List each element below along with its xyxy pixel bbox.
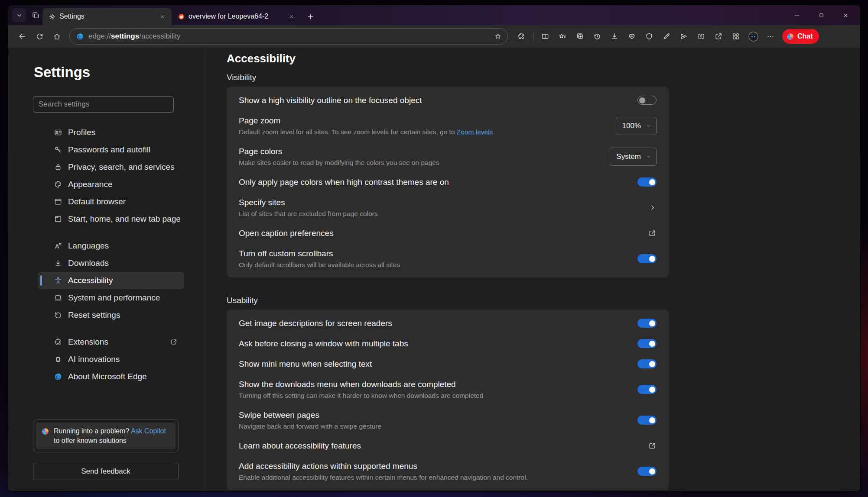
setting-title: Page zoom	[239, 115, 603, 126]
collections-icon	[575, 32, 584, 41]
close-window-button[interactable]	[833, 6, 858, 24]
chevron-down-icon	[645, 153, 652, 160]
settings-card-usability: Get image descriptions for screen reader…	[227, 310, 669, 490]
split-screen-icon	[541, 32, 549, 41]
send-button[interactable]	[676, 29, 692, 44]
setting-row[interactable]: Learn about accessibility features	[239, 436, 657, 456]
security-shield-button[interactable]	[641, 29, 657, 44]
sidebar-item-extensions[interactable]: Extensions	[38, 333, 184, 351]
maximize-button[interactable]	[809, 6, 833, 24]
sidebar-item-label: Default browser	[68, 197, 179, 207]
tab-title: Settings	[59, 13, 153, 20]
chevron-down-icon	[15, 11, 23, 19]
zoom-levels-link[interactable]: Zoom levels	[457, 128, 493, 136]
extensions-button[interactable]	[513, 29, 530, 44]
sidebar-item-about-microsoft-edge[interactable]: About Microsoft Edge	[38, 368, 184, 385]
tab-search-button[interactable]	[12, 8, 26, 22]
toggle-on[interactable]	[637, 385, 657, 394]
sidebar-item-label: About Microsoft Edge	[68, 372, 179, 381]
refresh-button[interactable]	[31, 29, 48, 44]
chat-button-label: Chat	[797, 32, 813, 40]
open-external-icon[interactable]	[648, 229, 657, 238]
toggle-on[interactable]	[637, 319, 657, 328]
toggle-on[interactable]	[637, 359, 657, 368]
avatar-icon	[748, 31, 759, 42]
collections-button[interactable]	[572, 29, 588, 44]
toggle-on[interactable]	[637, 416, 657, 425]
sidebar-item-privacy-search-and-services[interactable]: Privacy, search, and services	[38, 158, 184, 176]
sidebar-item-downloads[interactable]: Downloads	[38, 255, 184, 272]
search-settings-input[interactable]	[33, 96, 174, 113]
ask-copilot-link[interactable]: Ask Copilot	[131, 427, 166, 435]
tab-tools	[8, 5, 42, 25]
sidebar-item-label: System and performance	[68, 293, 179, 303]
sidebar-item-ai-innovations[interactable]: AI innovations	[38, 351, 184, 368]
sidebar-item-accessibility[interactable]: Accessibility	[38, 272, 184, 289]
edit-pencil-button[interactable]	[658, 29, 675, 44]
sidebar-item-system-and-performance[interactable]: System and performance	[38, 289, 184, 307]
settings-and-more-button[interactable]	[762, 29, 779, 44]
workspaces-button[interactable]	[29, 8, 42, 22]
send-feedback-button[interactable]: Send feedback	[33, 463, 179, 480]
sidebar-item-start-home-and-new-tab-page[interactable]: Start, home, and new tab page	[38, 210, 184, 228]
sidebar-item-languages[interactable]: Languages	[38, 237, 184, 255]
tab-reddit-overview[interactable]: overview for Leopeva64-2	[172, 8, 301, 25]
sidebar-item-label: Reset settings	[68, 310, 179, 320]
tab-settings[interactable]: Settings	[42, 8, 172, 25]
chevron-right-icon[interactable]	[648, 203, 657, 212]
web-capture-button[interactable]	[693, 29, 709, 44]
dropdown-select[interactable]: 100%	[616, 117, 657, 135]
favorites-button[interactable]	[554, 29, 571, 44]
setting-title: Show mini menu when selecting text	[239, 358, 624, 369]
setting-row: Add accessibility actions within support…	[239, 456, 657, 487]
minimize-icon	[793, 11, 801, 19]
browser-toolbar: edge://settings/accessibility Chat	[8, 25, 860, 48]
toggle-on[interactable]	[637, 178, 657, 187]
copilot-chat-button[interactable]: Chat	[782, 29, 819, 44]
new-tab-button[interactable]	[303, 10, 317, 23]
sidebar-item-profiles[interactable]: Profiles	[38, 124, 184, 141]
split-screen-button[interactable]	[537, 29, 553, 44]
setting-row[interactable]: Specify sitesList of sites that are excl…	[239, 192, 657, 223]
sidebar-item-label: Downloads	[68, 258, 179, 268]
accessibility-icon	[54, 276, 62, 285]
sidebar-item-default-browser[interactable]: Default browser	[38, 193, 184, 210]
sidebar-item-reset-settings[interactable]: Reset settings	[38, 307, 184, 324]
setting-title: Specify sites	[239, 197, 635, 208]
minimize-button[interactable]	[785, 6, 809, 24]
sidebar-item-label: Start, home, and new tab page	[68, 214, 181, 224]
sidebar-item-appearance[interactable]: Appearance	[38, 176, 184, 193]
settings-sidebar: Settings ProfilesPasswords and autofillP…	[8, 48, 205, 491]
toggle-on[interactable]	[637, 339, 657, 348]
toggle-off[interactable]	[637, 96, 657, 105]
sidebar-item-label: Accessibility	[68, 276, 179, 285]
setting-row[interactable]: Open caption preferences	[239, 223, 657, 243]
dropdown-select[interactable]: System	[610, 148, 657, 166]
open-external-icon[interactable]	[648, 442, 657, 450]
copilot-promo-card: Running into a problem? Ask Copilot to o…	[33, 420, 179, 452]
close-icon	[159, 13, 166, 20]
downloads-button[interactable]	[606, 29, 623, 44]
browser-window-icon	[54, 197, 62, 206]
edit-pencil-icon	[662, 32, 671, 41]
apps-icon	[731, 32, 740, 41]
address-bar[interactable]: edge://settings/accessibility	[69, 28, 508, 45]
copilot-promo-text: Running into a problem? Ask Copilot to o…	[54, 426, 170, 445]
tab-close-button[interactable]	[157, 11, 167, 22]
browser-essentials-button[interactable]	[624, 29, 640, 44]
copilot-outline-icon	[54, 355, 62, 364]
home-button[interactable]	[49, 29, 65, 44]
favorite-this-page-button[interactable]	[491, 29, 505, 43]
toggle-on[interactable]	[637, 254, 657, 263]
share-button[interactable]	[710, 29, 727, 44]
sidebar-item-passwords-and-autofill[interactable]: Passwords and autofill	[38, 141, 184, 158]
setting-title: Get image descriptions for screen reader…	[239, 318, 624, 329]
setting-row: Turn off custom scrollbarsOnly default s…	[239, 243, 657, 274]
profile-avatar-button[interactable]	[745, 29, 761, 44]
history-button[interactable]	[589, 29, 605, 44]
close-icon	[842, 12, 849, 19]
toggle-on[interactable]	[637, 467, 657, 476]
tab-close-button[interactable]	[286, 11, 296, 22]
back-button[interactable]	[14, 29, 30, 44]
apps-button[interactable]	[728, 29, 744, 44]
